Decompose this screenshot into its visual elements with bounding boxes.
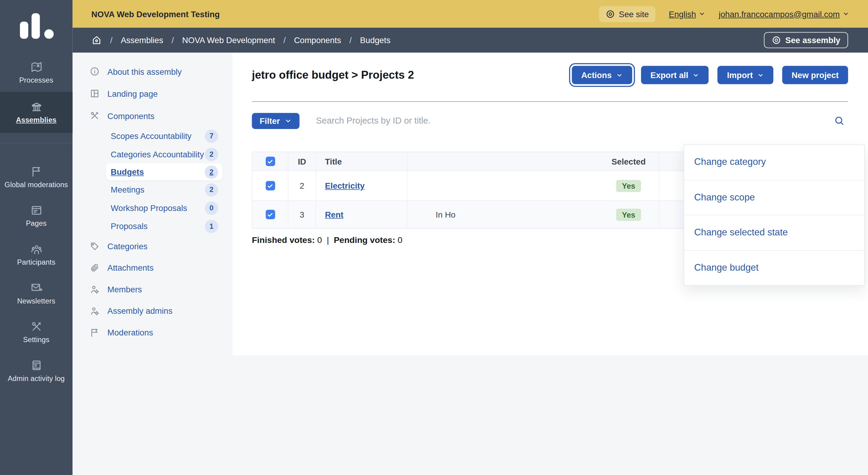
breadcrumb-assembly-name[interactable]: NOVA Web Development xyxy=(182,36,275,45)
header-selected: Selected xyxy=(598,152,659,170)
count-badge: 1 xyxy=(205,219,218,233)
flag-icon xyxy=(90,327,100,337)
header-title: Title xyxy=(316,152,407,170)
bank-icon xyxy=(30,101,42,113)
submenu-item-meetings[interactable]: Meetings 2 xyxy=(106,181,223,199)
chevron-down-icon xyxy=(616,72,623,78)
eye-target-icon xyxy=(606,9,615,19)
votes-summary: Finished votes: 0 | Pending votes: 0 xyxy=(252,235,403,245)
sidebar-item-assemblies[interactable]: Assemblies xyxy=(0,92,73,133)
search-icon[interactable] xyxy=(834,115,845,126)
menu-item-change-selected-state[interactable]: Change selected state xyxy=(684,215,864,250)
sidebar-item-label: Pages xyxy=(26,220,47,227)
new-project-button[interactable]: New project xyxy=(782,66,848,85)
submenu-item-components[interactable]: Components xyxy=(73,104,233,127)
layout-grid-icon xyxy=(90,89,100,99)
chevron-down-icon xyxy=(284,117,292,124)
sidebar-item-label: Processes xyxy=(19,76,53,84)
info-icon xyxy=(90,66,100,76)
breadcrumb: / Assemblies / NOVA Web Development / Co… xyxy=(73,28,868,53)
language-selector[interactable]: English xyxy=(669,9,706,19)
actions-button[interactable]: Actions xyxy=(572,66,632,85)
breadcrumb-budgets[interactable]: Budgets xyxy=(360,36,390,45)
main-sidebar: Processes Assemblies Global moderations … xyxy=(0,0,73,475)
project-id: 2 xyxy=(288,171,316,200)
count-badge: 2 xyxy=(205,147,218,161)
main-content: jetro office budget > Projects 2 Actions… xyxy=(232,53,868,355)
select-all-checkbox[interactable] xyxy=(266,157,275,166)
count-badge: 7 xyxy=(205,129,218,142)
chevron-down-icon xyxy=(757,72,764,78)
breadcrumb-components[interactable]: Components xyxy=(294,36,341,45)
window-icon xyxy=(30,204,42,216)
breadcrumb-assemblies[interactable]: Assemblies xyxy=(121,36,163,45)
submenu-item-workshop-proposals[interactable]: Workshop Proposals 0 xyxy=(106,199,223,217)
tag-icon xyxy=(90,241,100,251)
scope-fragment: In Ho xyxy=(436,210,456,219)
sidebar-item-newsletters[interactable]: Newsletters xyxy=(0,274,73,313)
sidebar-item-label: Assemblies xyxy=(16,116,57,124)
submenu-item-categories[interactable]: Categories xyxy=(73,235,233,257)
assembly-submenu: About this assembly Landing page Compone… xyxy=(73,53,233,355)
row-checkbox[interactable] xyxy=(266,181,275,190)
selected-badge: Yes xyxy=(616,180,641,192)
menu-item-change-scope[interactable]: Change scope xyxy=(684,180,864,216)
window-icon xyxy=(30,359,42,371)
home-icon[interactable] xyxy=(91,35,102,45)
flag-icon xyxy=(30,165,42,178)
sidebar-item-label: Admin activity log xyxy=(8,375,65,382)
user-gear-icon xyxy=(90,306,100,316)
header-middle xyxy=(407,152,598,170)
sidebar-item-label: Newsletters xyxy=(17,297,56,305)
row-checkbox[interactable] xyxy=(266,210,275,219)
project-title-link[interactable]: Rent xyxy=(325,210,343,219)
chevron-down-icon xyxy=(843,10,849,17)
org-banner: NOVA Web Development Testing See site En… xyxy=(73,0,868,28)
submenu-item-moderations[interactable]: Moderations xyxy=(73,322,233,343)
sidebar-item-global-moderations[interactable]: Global moderations xyxy=(0,158,73,196)
chevron-down-icon xyxy=(692,72,699,78)
user-menu[interactable]: johan.francocampos@gmail.com xyxy=(719,9,849,19)
import-button[interactable]: Import xyxy=(718,66,773,85)
sidebar-item-processes[interactable]: Processes xyxy=(0,53,73,92)
decidim-logo[interactable] xyxy=(0,0,73,53)
sidebar-divider xyxy=(0,143,73,144)
submenu-item-members[interactable]: Members xyxy=(73,279,233,300)
submenu-item-attachments[interactable]: Attachments xyxy=(73,257,233,279)
sidebar-item-pages[interactable]: Pages xyxy=(0,196,73,235)
submenu-item-assembly-admins[interactable]: Assembly admins xyxy=(73,300,233,322)
project-id: 3 xyxy=(288,201,316,228)
filter-button[interactable]: Filter xyxy=(252,113,299,129)
submenu-item-landing-page[interactable]: Landing page xyxy=(73,83,233,104)
header-id: ID xyxy=(288,152,316,170)
mail-plus-icon xyxy=(30,282,42,294)
sidebar-item-admin-activity-log[interactable]: Admin activity log xyxy=(0,351,73,390)
submenu-item-budgets[interactable]: Budgets 2 xyxy=(106,163,223,181)
submenu-item-scopes-accountability[interactable]: Scopes Accountability 7 xyxy=(106,127,223,145)
admin-app: Processes Assemblies Global moderations … xyxy=(0,0,868,475)
menu-item-change-budget[interactable]: Change budget xyxy=(684,250,864,285)
submenu-item-categories-accountability[interactable]: Categories Accountability 2 xyxy=(106,145,223,163)
sidebar-item-label: Participants xyxy=(17,259,56,266)
selected-badge: Yes xyxy=(616,209,641,221)
tools-icon xyxy=(90,110,100,121)
header-divider xyxy=(252,101,848,102)
user-gear-icon xyxy=(90,284,100,294)
people-icon xyxy=(30,243,42,255)
sidebar-item-settings[interactable]: Settings xyxy=(0,313,73,352)
eye-target-icon xyxy=(772,36,781,45)
sidebar-item-label: Settings xyxy=(23,336,50,344)
submenu-item-proposals[interactable]: Proposals 1 xyxy=(106,217,223,235)
actions-dropdown-menu: Change category Change scope Change sele… xyxy=(684,145,865,285)
see-assembly-button[interactable]: See assembly xyxy=(764,32,848,48)
tools-icon xyxy=(30,321,42,333)
menu-item-change-category[interactable]: Change category xyxy=(684,145,864,180)
export-all-button[interactable]: Export all xyxy=(641,66,709,85)
chevron-down-icon xyxy=(699,10,706,17)
project-title-link[interactable]: Electricity xyxy=(325,181,365,190)
search-input[interactable] xyxy=(299,115,834,126)
submenu-item-about[interactable]: About this assembly xyxy=(73,60,233,82)
sidebar-item-participants[interactable]: Participants xyxy=(0,235,73,274)
see-site-button[interactable]: See site xyxy=(599,6,655,22)
sidebar-item-label: Global moderations xyxy=(4,181,68,189)
